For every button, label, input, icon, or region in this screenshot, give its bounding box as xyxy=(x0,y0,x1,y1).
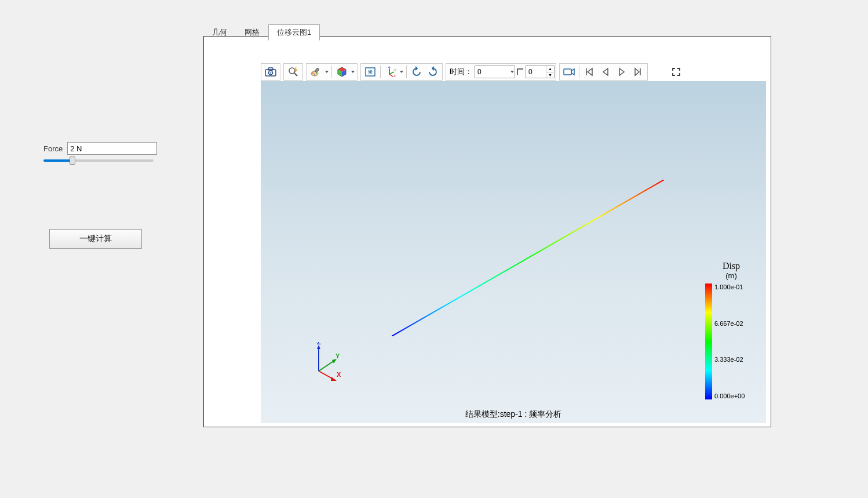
record-icon[interactable] xyxy=(561,64,577,79)
chevron-down-icon xyxy=(510,70,515,74)
slider-thumb[interactable] xyxy=(70,157,75,165)
time-select[interactable]: 0 xyxy=(475,66,515,78)
svg-line-13 xyxy=(389,74,393,77)
force-slider[interactable] xyxy=(43,159,154,162)
spin-up-icon[interactable]: ▲ xyxy=(546,66,554,72)
legend-title: Disp xyxy=(705,261,757,271)
play-forward-icon[interactable] xyxy=(614,64,630,79)
svg-text:Z: Z xyxy=(388,66,391,68)
slider-fill xyxy=(43,159,72,162)
step-forward-icon[interactable] xyxy=(630,64,646,79)
legend-tick: 1.000e-01 xyxy=(714,283,745,290)
svg-point-8 xyxy=(314,74,315,75)
time-label: 时间： xyxy=(447,67,475,77)
svg-point-4 xyxy=(289,68,295,74)
spin-down-icon[interactable]: ▼ xyxy=(546,72,554,78)
rotate-cw-icon[interactable] xyxy=(409,64,425,79)
legend-tick: 6.667e-02 xyxy=(714,320,745,327)
result-status-text: 结果模型:step-1 : 频率分析 xyxy=(261,409,766,420)
color-legend: Disp (m) 1.000e-01 6.667e-02 3.333e-02 0… xyxy=(705,261,757,399)
legend-tick: 3.333e-02 xyxy=(714,356,745,363)
tab-displacement-contour[interactable]: 位移云图1 xyxy=(268,24,320,41)
axes-dropdown-icon[interactable] xyxy=(399,70,404,74)
displacement-line xyxy=(392,180,664,336)
svg-point-7 xyxy=(312,72,313,74)
legend-tick: 0.000e+00 xyxy=(714,392,745,399)
viewport-toolbar: ZYX 时间： 0 ▲ ▼ xyxy=(261,63,684,81)
coordinate-triad-icon: Z Y X xyxy=(310,342,345,383)
svg-text:Y: Y xyxy=(394,68,396,72)
expand-icon[interactable] xyxy=(668,64,684,79)
svg-rect-17 xyxy=(564,69,571,75)
paint-tool-icon[interactable] xyxy=(308,64,324,79)
camera-icon[interactable] xyxy=(262,64,279,79)
skip-start-icon[interactable] xyxy=(581,64,597,79)
svg-text:X: X xyxy=(393,74,396,78)
play-back-icon[interactable] xyxy=(597,64,614,79)
svg-line-18 xyxy=(392,180,664,336)
legend-unit: (m) xyxy=(705,271,757,280)
render-canvas[interactable]: Z Y X Disp (m) 1.000e-01 6.667e-02 3.333… xyxy=(261,81,766,423)
force-label: Force xyxy=(43,144,63,153)
color-cube-icon[interactable] xyxy=(334,64,350,79)
svg-line-22 xyxy=(319,361,334,371)
svg-line-5 xyxy=(294,73,297,76)
rotate-ccw-icon[interactable] xyxy=(425,64,441,79)
svg-marker-20 xyxy=(317,345,320,349)
calculate-button[interactable]: 一键计算 xyxy=(49,229,142,249)
svg-marker-26 xyxy=(331,377,337,381)
svg-text:Z: Z xyxy=(317,342,321,346)
frame-end-icon[interactable] xyxy=(515,64,526,79)
time-value: 0 xyxy=(477,68,482,76)
axes-small-icon[interactable]: ZYX xyxy=(382,64,399,79)
paint-dropdown-icon[interactable] xyxy=(324,70,330,74)
zoom-lightning-icon[interactable] xyxy=(285,64,301,79)
svg-rect-2 xyxy=(268,68,273,70)
frame-input[interactable] xyxy=(526,66,546,78)
svg-point-3 xyxy=(270,72,272,74)
cube-dropdown-icon[interactable] xyxy=(350,70,356,74)
svg-text:Y: Y xyxy=(335,352,340,359)
legend-colorbar xyxy=(705,283,712,399)
svg-marker-23 xyxy=(332,359,337,363)
frame-spinner[interactable]: ▲ ▼ xyxy=(526,66,555,78)
fit-view-icon[interactable] xyxy=(362,64,378,79)
svg-text:X: X xyxy=(337,371,341,378)
force-input[interactable] xyxy=(67,142,157,155)
